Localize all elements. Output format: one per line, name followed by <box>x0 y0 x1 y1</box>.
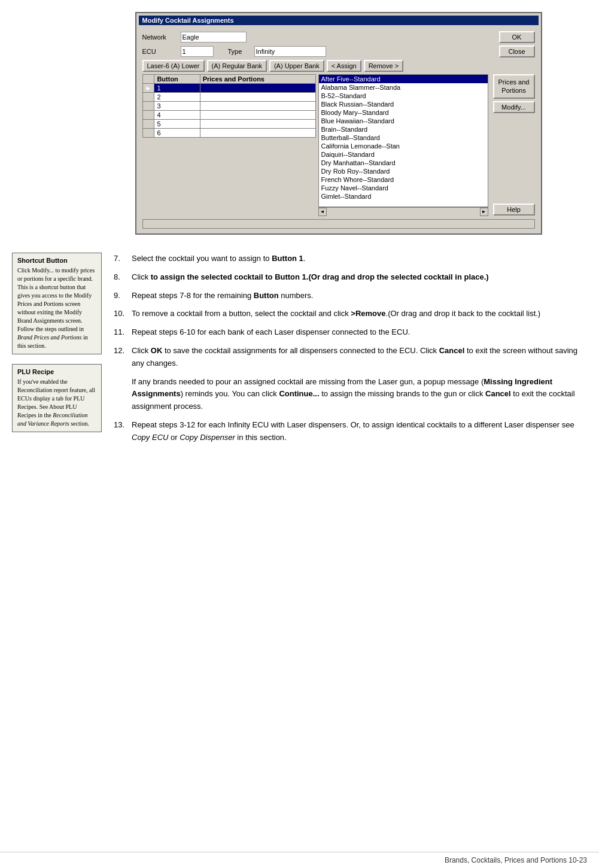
row-num: 3 <box>154 102 200 111</box>
row-num: 4 <box>154 111 200 120</box>
list-item[interactable]: Gimlet--Standard <box>319 192 488 201</box>
step-item: 10.To remove a cocktail from a button, s… <box>114 308 587 320</box>
help-button[interactable]: Help <box>493 204 535 216</box>
list-item[interactable]: Daiquiri--Standard <box>319 150 488 159</box>
arrow-header <box>142 75 154 84</box>
dialog-box: Modify Cocktail Assignments Network OK <box>135 12 542 235</box>
table-row[interactable]: 5 <box>142 120 315 129</box>
bank-btn-upper[interactable]: (A) Upper Bank <box>269 60 324 72</box>
main-text-area: 7.Select the cocktail you want to assign… <box>102 253 587 450</box>
button-table: Button Prices and Portions ► 1 2 3 4 5 <box>142 74 316 138</box>
list-item[interactable]: French Whore--Standard <box>319 175 488 184</box>
modify-button[interactable]: Modify... <box>493 101 535 113</box>
shortcut-button-box: Shortcut Button Click Modify... to modif… <box>12 253 102 354</box>
step-content: Repeat steps 6-10 for each bank of each … <box>132 326 587 339</box>
horizontal-scrollbar[interactable]: ◄ ► <box>318 207 488 216</box>
row-num: 2 <box>154 93 200 102</box>
list-item[interactable]: Dry Rob Roy--Standard <box>319 167 488 175</box>
step-content: If any brands needed to pour an assigned… <box>132 376 587 413</box>
table-row[interactable]: 4 <box>142 111 315 120</box>
ok-button[interactable]: OK <box>499 31 535 43</box>
list-item[interactable]: California Lemonade--Stan <box>319 142 488 150</box>
ok-close-col: OK <box>499 31 535 43</box>
list-item[interactable]: Dry Manhattan--Standard <box>319 159 488 167</box>
table-row[interactable]: 6 <box>142 129 315 138</box>
ecu-label: ECU <box>142 48 178 55</box>
remove-button[interactable]: Remove > <box>364 60 403 72</box>
button-table-area: Button Prices and Portions ► 1 2 3 4 5 <box>142 74 316 216</box>
step-item: 9.Repeat steps 7-8 for the remaining But… <box>114 290 587 302</box>
steps-list: 7.Select the cocktail you want to assign… <box>114 253 587 444</box>
row-arrow <box>142 120 154 129</box>
plu-recipe-text: If you've enabled the Reconciliation rep… <box>17 378 96 428</box>
dialog-wrapper: Modify Cocktail Assignments Network OK <box>0 6 599 241</box>
type-input[interactable] <box>254 46 326 57</box>
step-number: 12. <box>114 345 132 370</box>
prices-portions-button[interactable]: Prices and Portions <box>493 74 535 99</box>
step-content: To remove a cocktail from a button, sele… <box>132 308 587 320</box>
row-arrow <box>142 102 154 111</box>
bank-buttons-row: Laser-6 (A) Lower (A) Regular Bank (A) U… <box>142 60 535 72</box>
button-table-body: ► 1 2 3 4 5 6 <box>142 84 315 138</box>
step-number <box>114 376 132 413</box>
assign-button[interactable]: < Assign <box>327 60 361 72</box>
step-content: Repeat steps 7-8 for the remaining Butto… <box>132 290 587 302</box>
row-num: 1 <box>154 84 200 93</box>
table-row[interactable]: 3 <box>142 102 315 111</box>
step-number: 11. <box>114 326 132 339</box>
list-item[interactable]: Blue Hawaiian--Standard <box>319 117 488 125</box>
list-item[interactable]: Butterball--Standard <box>319 133 488 142</box>
cocktail-list-area[interactable]: After Five--StandardAlabama Slammer--Sta… <box>318 74 488 207</box>
step-number: 9. <box>114 290 132 302</box>
footer: Brands, Cocktails, Prices and Portions 1… <box>0 852 599 868</box>
button-col-header: Button <box>154 75 200 84</box>
scroll-track <box>327 209 480 215</box>
page-container: Modify Cocktail Assignments Network OK <box>0 0 599 868</box>
close-button[interactable]: Close <box>499 45 535 57</box>
status-bar <box>142 219 535 229</box>
row-value <box>200 129 315 138</box>
row-arrow <box>142 111 154 120</box>
bank-btn-regular[interactable]: (A) Regular Bank <box>207 60 267 72</box>
dialog-title: Modify Cocktail Assignments <box>139 16 539 25</box>
row-value <box>200 111 315 120</box>
row-value <box>200 93 315 102</box>
step-number: 7. <box>114 253 132 265</box>
scroll-right-arrow[interactable]: ► <box>480 208 488 216</box>
prices-col-header: Prices and Portions <box>200 75 315 84</box>
step-item: 12.Click OK to save the cocktail assignm… <box>114 345 587 370</box>
scroll-left-arrow[interactable]: ◄ <box>318 208 327 216</box>
network-input[interactable] <box>181 32 247 43</box>
list-item[interactable]: Black Russian--Standard <box>319 100 488 108</box>
plu-recipe-title: PLU Recipe <box>17 368 96 375</box>
bank-btn-lower[interactable]: Laser-6 (A) Lower <box>142 60 205 72</box>
right-panel: Prices and Portions Modify... Help <box>493 74 535 216</box>
step-content: Click OK to save the cocktail assignment… <box>132 345 587 370</box>
row-value <box>200 102 315 111</box>
row-value <box>200 84 315 93</box>
row-num: 5 <box>154 120 200 129</box>
list-item[interactable]: Bloody Mary--Standard <box>319 108 488 117</box>
step-content: Click to assign the selected cocktail to… <box>132 271 587 284</box>
step-item: 13.Repeat steps 3-12 for each Infinity E… <box>114 419 587 444</box>
table-row[interactable]: ► 1 <box>142 84 315 93</box>
row-arrow <box>142 129 154 138</box>
step-number: 13. <box>114 419 132 444</box>
step-item: 8.Click to assign the selected cocktail … <box>114 271 587 284</box>
ecu-input[interactable] <box>181 46 214 57</box>
list-item[interactable]: Fuzzy Navel--Standard <box>319 184 488 192</box>
list-item[interactable]: Brain--Standard <box>319 125 488 133</box>
step-number: 8. <box>114 271 132 284</box>
dialog-body: Network OK ECU Type <box>139 29 539 231</box>
list-item[interactable]: Alabama Slammer--Standa <box>319 83 488 92</box>
shortcut-button-title: Shortcut Button <box>17 257 96 264</box>
step-content: Select the cocktail you want to assign t… <box>132 253 587 265</box>
list-item[interactable]: B-52--Standard <box>319 92 488 100</box>
table-row[interactable]: 2 <box>142 93 315 102</box>
list-item[interactable]: After Five--Standard <box>319 75 488 83</box>
content-section: Shortcut Button Click Modify... to modif… <box>0 247 599 456</box>
type-label: Type <box>228 48 252 55</box>
cocktail-list[interactable]: After Five--StandardAlabama Slammer--Sta… <box>319 75 488 207</box>
row-arrow <box>142 93 154 102</box>
network-label: Network <box>142 34 178 41</box>
